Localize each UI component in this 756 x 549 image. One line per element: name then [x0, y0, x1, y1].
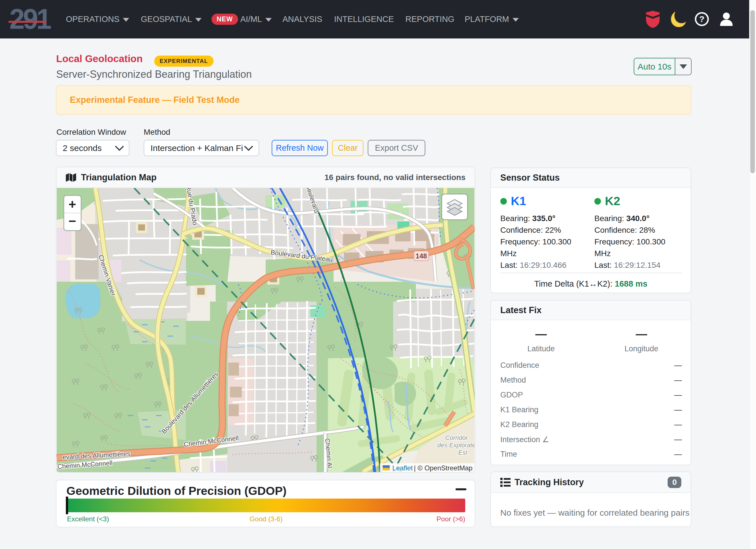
svg-text:−: −: [68, 214, 76, 229]
svg-text:des Explorate: des Explorate: [437, 442, 475, 449]
svg-text:Est: Est: [458, 449, 468, 456]
svg-text:?: ?: [699, 14, 704, 24]
svg-text:148: 148: [416, 252, 427, 260]
svg-text:Corridor: Corridor: [445, 434, 468, 441]
svg-text:Leaflet: Leaflet: [392, 464, 413, 472]
svg-text:| © OpenStreetMap: | © OpenStreetMap: [414, 464, 473, 472]
svg-text:+: +: [68, 197, 76, 212]
